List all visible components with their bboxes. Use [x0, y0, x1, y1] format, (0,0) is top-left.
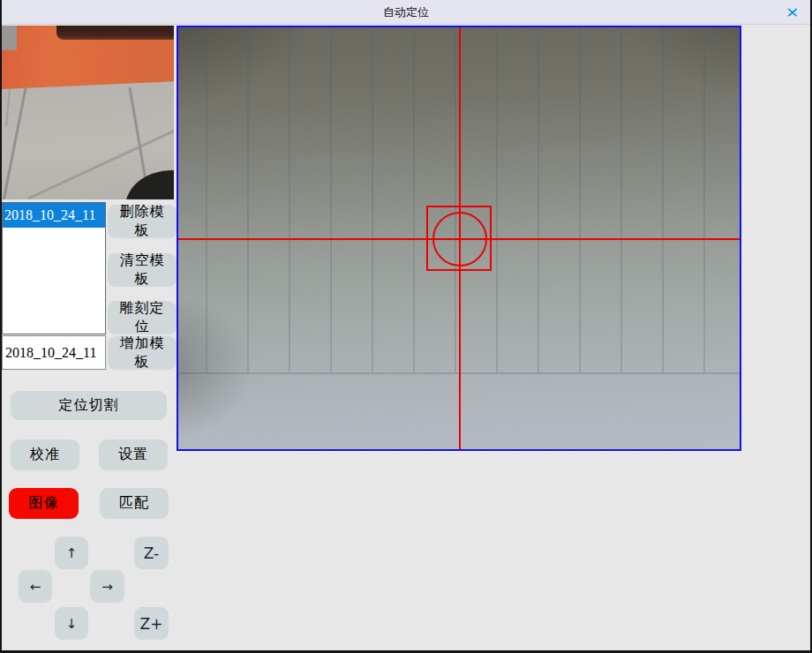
dialog-title: 自动定位	[2, 0, 810, 25]
up-arrow-icon: ↑	[66, 545, 78, 561]
right-arrow-icon: →	[102, 579, 113, 595]
jog-left-button[interactable]: ←	[19, 570, 52, 603]
auto-locate-dialog: 自动定位 ✕ 2018_10_24_11 删除模板 清空模板 雕刻定位 增加模板…	[0, 0, 812, 653]
thumbnail-tile-lines	[2, 26, 174, 199]
template-list-item[interactable]: 2018_10_24_11	[3, 203, 105, 228]
engrave-locate-button[interactable]: 雕刻定位	[108, 301, 177, 334]
jog-down-button[interactable]: ↓	[55, 607, 88, 640]
add-template-button[interactable]: 增加模板	[108, 336, 177, 370]
template-list[interactable]: 2018_10_24_11	[2, 202, 106, 334]
jog-up-button[interactable]: ↑	[55, 537, 88, 569]
jog-z-plus-button[interactable]: Z+	[134, 607, 169, 640]
template-thumbnail-preview	[2, 26, 174, 199]
delete-template-button[interactable]: 删除模板	[108, 205, 177, 238]
image-button[interactable]: 图像	[9, 488, 79, 519]
camera-view[interactable]	[177, 26, 741, 451]
settings-button[interactable]: 设置	[99, 439, 168, 470]
match-button[interactable]: 匹配	[100, 488, 169, 519]
title-bar: 自动定位 ✕	[2, 0, 810, 25]
crosshair-horizontal-line	[178, 238, 740, 240]
close-button[interactable]: ✕	[783, 3, 802, 22]
locate-cut-button[interactable]: 定位切割	[11, 391, 167, 420]
template-name-input[interactable]	[2, 335, 106, 370]
down-arrow-icon: ↓	[66, 616, 78, 632]
calibrate-button[interactable]: 校准	[11, 439, 79, 470]
jog-z-minus-button[interactable]: Z-	[134, 537, 169, 569]
jog-right-button[interactable]: →	[90, 570, 124, 603]
clear-templates-button[interactable]: 清空模板	[108, 253, 177, 287]
close-icon: ✕	[786, 4, 799, 21]
left-arrow-icon: ←	[30, 579, 41, 595]
